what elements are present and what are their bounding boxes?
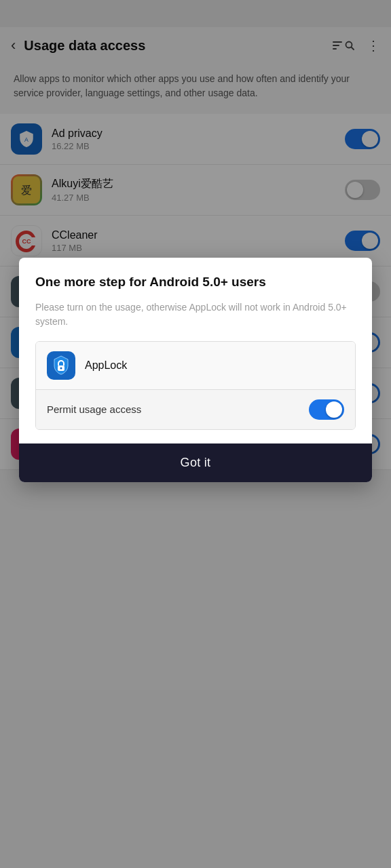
dialog-body: One more step for Android 5.0+ users Ple… [19,258,372,443]
dialog-title: One more step for Android 5.0+ users [35,274,356,291]
applock-icon [47,351,75,380]
got-it-button[interactable]: Got it [19,443,372,482]
dialog-subtitle: Please turn on the usage, otherwise AppL… [35,300,356,329]
dialog-app-header: AppLock [36,342,355,390]
svg-point-7 [60,367,62,369]
dialog-app-box: AppLock Permit usage access [35,341,356,430]
modal-overlay: One more step for Android 5.0+ users Ple… [0,0,391,868]
permit-usage-label: Permit usage access [47,403,309,415]
dialog-permit-row: Permit usage access [36,390,355,429]
dialog-app-name: AppLock [85,359,127,372]
dialog: One more step for Android 5.0+ users Ple… [19,258,372,482]
permit-toggle[interactable] [309,399,344,420]
